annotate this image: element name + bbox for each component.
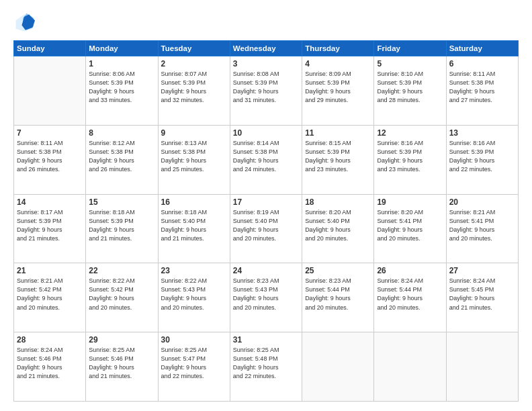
day-number: 25 (305, 266, 371, 275)
calendar-cell: 10Sunrise: 8:14 AMSunset: 5:38 PMDayligh… (230, 125, 302, 194)
day-info: Sunrise: 8:23 AMSunset: 5:44 PMDaylight:… (305, 277, 371, 312)
calendar-week-2: 7Sunrise: 8:11 AMSunset: 5:38 PMDaylight… (14, 125, 519, 194)
day-info: Sunrise: 8:12 AMSunset: 5:38 PMDaylight:… (89, 139, 154, 174)
calendar-cell: 12Sunrise: 8:16 AMSunset: 5:39 PMDayligh… (374, 125, 446, 194)
calendar-cell: 27Sunrise: 8:24 AMSunset: 5:45 PMDayligh… (446, 263, 518, 332)
day-number: 6 (449, 59, 515, 68)
day-info: Sunrise: 8:15 AMSunset: 5:39 PMDaylight:… (305, 139, 371, 174)
day-number: 16 (161, 197, 227, 207)
calendar-week-3: 14Sunrise: 8:17 AMSunset: 5:39 PMDayligh… (14, 194, 519, 263)
day-number: 11 (305, 128, 371, 138)
day-number: 27 (449, 266, 515, 275)
day-number: 19 (377, 197, 443, 207)
calendar-header-wednesday: Wednesday (230, 41, 302, 56)
calendar-header-sunday: Sunday (14, 41, 86, 56)
calendar-cell: 3Sunrise: 8:08 AMSunset: 5:39 PMDaylight… (230, 56, 302, 126)
calendar-cell: 30Sunrise: 8:25 AMSunset: 5:47 PMDayligh… (158, 332, 230, 402)
calendar-week-5: 28Sunrise: 8:24 AMSunset: 5:46 PMDayligh… (14, 332, 519, 402)
calendar-cell: 29Sunrise: 8:25 AMSunset: 5:46 PMDayligh… (86, 332, 158, 402)
day-number: 8 (89, 128, 154, 138)
day-number: 28 (17, 335, 83, 345)
calendar-table: SundayMondayTuesdayWednesdayThursdayFrid… (13, 40, 519, 402)
day-info: Sunrise: 8:11 AMSunset: 5:38 PMDaylight:… (17, 139, 83, 174)
calendar-cell: 9Sunrise: 8:13 AMSunset: 5:38 PMDaylight… (158, 125, 230, 194)
calendar-cell: 25Sunrise: 8:23 AMSunset: 5:44 PMDayligh… (302, 263, 374, 332)
calendar-header-tuesday: Tuesday (158, 41, 230, 56)
calendar-cell: 5Sunrise: 8:10 AMSunset: 5:39 PMDaylight… (374, 56, 446, 126)
calendar-header-row: SundayMondayTuesdayWednesdayThursdayFrid… (14, 41, 519, 56)
day-info: Sunrise: 8:11 AMSunset: 5:38 PMDaylight:… (449, 70, 515, 105)
day-info: Sunrise: 8:09 AMSunset: 5:39 PMDaylight:… (305, 70, 371, 105)
calendar-cell: 2Sunrise: 8:07 AMSunset: 5:39 PMDaylight… (158, 56, 230, 126)
calendar-cell (374, 332, 446, 402)
calendar-cell (14, 56, 86, 126)
calendar-cell: 11Sunrise: 8:15 AMSunset: 5:39 PMDayligh… (302, 125, 374, 194)
day-info: Sunrise: 8:21 AMSunset: 5:42 PMDaylight:… (17, 277, 83, 312)
calendar-cell: 13Sunrise: 8:16 AMSunset: 5:39 PMDayligh… (446, 125, 518, 194)
day-number: 1 (89, 59, 154, 68)
calendar-cell: 15Sunrise: 8:18 AMSunset: 5:39 PMDayligh… (86, 194, 158, 263)
day-number: 12 (377, 128, 443, 138)
day-number: 17 (233, 197, 299, 207)
day-number: 30 (161, 335, 227, 345)
day-info: Sunrise: 8:21 AMSunset: 5:41 PMDaylight:… (449, 208, 515, 243)
day-number: 22 (89, 266, 154, 275)
day-info: Sunrise: 8:08 AMSunset: 5:39 PMDaylight:… (233, 70, 299, 105)
calendar-cell: 26Sunrise: 8:24 AMSunset: 5:44 PMDayligh… (374, 263, 446, 332)
calendar-header-saturday: Saturday (446, 41, 518, 56)
calendar-cell: 14Sunrise: 8:17 AMSunset: 5:39 PMDayligh… (14, 194, 86, 263)
day-info: Sunrise: 8:07 AMSunset: 5:39 PMDaylight:… (161, 70, 227, 105)
day-number: 29 (89, 335, 154, 345)
day-number: 9 (161, 128, 227, 138)
day-number: 26 (377, 266, 443, 275)
calendar-cell: 31Sunrise: 8:25 AMSunset: 5:48 PMDayligh… (230, 332, 302, 402)
day-number: 10 (233, 128, 299, 138)
calendar-cell: 22Sunrise: 8:22 AMSunset: 5:42 PMDayligh… (86, 263, 158, 332)
day-number: 14 (17, 197, 83, 207)
calendar-cell: 17Sunrise: 8:19 AMSunset: 5:40 PMDayligh… (230, 194, 302, 263)
day-info: Sunrise: 8:22 AMSunset: 5:42 PMDaylight:… (89, 277, 154, 312)
day-number: 2 (161, 59, 227, 68)
day-info: Sunrise: 8:18 AMSunset: 5:40 PMDaylight:… (161, 208, 227, 243)
day-info: Sunrise: 8:25 AMSunset: 5:47 PMDaylight:… (161, 346, 227, 381)
calendar-header-friday: Friday (374, 41, 446, 56)
logo (13, 12, 38, 34)
calendar-header-monday: Monday (86, 41, 158, 56)
calendar-cell: 20Sunrise: 8:21 AMSunset: 5:41 PMDayligh… (446, 194, 518, 263)
day-number: 3 (233, 59, 299, 68)
day-number: 21 (17, 266, 83, 275)
header (13, 12, 519, 34)
day-info: Sunrise: 8:24 AMSunset: 5:45 PMDaylight:… (449, 277, 515, 312)
day-info: Sunrise: 8:23 AMSunset: 5:43 PMDaylight:… (233, 277, 299, 312)
day-info: Sunrise: 8:20 AMSunset: 5:41 PMDaylight:… (377, 208, 443, 243)
day-info: Sunrise: 8:22 AMSunset: 5:43 PMDaylight:… (161, 277, 227, 312)
calendar-week-4: 21Sunrise: 8:21 AMSunset: 5:42 PMDayligh… (14, 263, 519, 332)
calendar-cell: 21Sunrise: 8:21 AMSunset: 5:42 PMDayligh… (14, 263, 86, 332)
calendar-cell: 23Sunrise: 8:22 AMSunset: 5:43 PMDayligh… (158, 263, 230, 332)
calendar-week-1: 1Sunrise: 8:06 AMSunset: 5:39 PMDaylight… (14, 56, 519, 126)
day-number: 4 (305, 59, 371, 68)
day-info: Sunrise: 8:13 AMSunset: 5:38 PMDaylight:… (161, 139, 227, 174)
day-info: Sunrise: 8:19 AMSunset: 5:40 PMDaylight:… (233, 208, 299, 243)
day-info: Sunrise: 8:25 AMSunset: 5:46 PMDaylight:… (89, 346, 154, 381)
day-info: Sunrise: 8:25 AMSunset: 5:48 PMDaylight:… (233, 346, 299, 381)
calendar-cell: 19Sunrise: 8:20 AMSunset: 5:41 PMDayligh… (374, 194, 446, 263)
calendar-cell: 1Sunrise: 8:06 AMSunset: 5:39 PMDaylight… (86, 56, 158, 126)
day-number: 20 (449, 197, 515, 207)
day-number: 18 (305, 197, 371, 207)
calendar-cell: 16Sunrise: 8:18 AMSunset: 5:40 PMDayligh… (158, 194, 230, 263)
calendar-cell: 24Sunrise: 8:23 AMSunset: 5:43 PMDayligh… (230, 263, 302, 332)
day-number: 5 (377, 59, 443, 68)
day-info: Sunrise: 8:20 AMSunset: 5:40 PMDaylight:… (305, 208, 371, 243)
day-info: Sunrise: 8:17 AMSunset: 5:39 PMDaylight:… (17, 208, 83, 243)
day-info: Sunrise: 8:14 AMSunset: 5:38 PMDaylight:… (233, 139, 299, 174)
day-info: Sunrise: 8:06 AMSunset: 5:39 PMDaylight:… (89, 70, 154, 105)
calendar-cell: 28Sunrise: 8:24 AMSunset: 5:46 PMDayligh… (14, 332, 86, 402)
day-number: 13 (449, 128, 515, 138)
calendar-cell: 7Sunrise: 8:11 AMSunset: 5:38 PMDaylight… (14, 125, 86, 194)
day-number: 31 (233, 335, 299, 345)
calendar-cell (302, 332, 374, 402)
calendar-cell: 4Sunrise: 8:09 AMSunset: 5:39 PMDaylight… (302, 56, 374, 126)
day-info: Sunrise: 8:16 AMSunset: 5:39 PMDaylight:… (449, 139, 515, 174)
calendar-cell: 18Sunrise: 8:20 AMSunset: 5:40 PMDayligh… (302, 194, 374, 263)
